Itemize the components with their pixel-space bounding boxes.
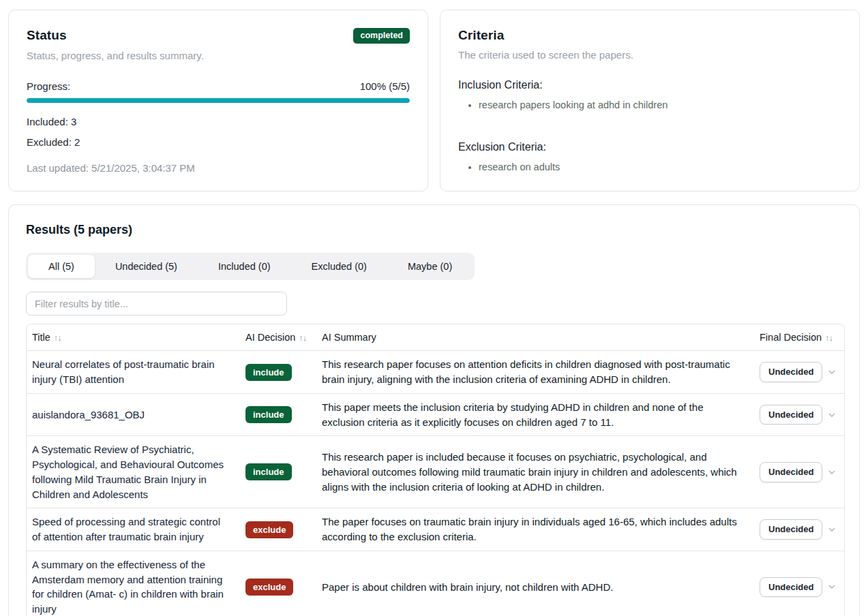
ai-summary: This paper meets the inclusion criteria … — [316, 394, 754, 437]
results-table: Title↑↓ AI Decision↑↓ AI Summary Final D… — [26, 324, 845, 616]
results-filter-tabs: All (5) Undecided (5) Included (0) Exclu… — [26, 253, 475, 281]
final-decision-dropdown[interactable]: Undecided — [760, 405, 822, 425]
progress-value: 100% (5/5) — [360, 80, 410, 92]
progress-label: Progress: — [27, 80, 70, 92]
excluded-count: Excluded: 2 — [27, 136, 410, 148]
chevron-down-icon[interactable] — [826, 524, 837, 535]
column-header-ai-decision-label: AI Decision — [245, 332, 295, 343]
filter-row — [26, 292, 842, 315]
progress-bar — [27, 98, 410, 103]
paper-title: A summary on the effectiveness of the Am… — [27, 551, 240, 616]
tab-maybe[interactable]: Maybe (0) — [387, 255, 473, 279]
table-row: A summary on the effectiveness of the Am… — [27, 551, 844, 616]
final-decision-cell: Undecided — [754, 508, 844, 551]
ai-decision-cell: exclude — [240, 551, 316, 616]
included-count: Included: 3 — [27, 116, 410, 127]
ai-decision-badge: include — [245, 406, 292, 423]
results-title: Results (5 papers) — [26, 223, 842, 237]
table-row: Speed of processing and strategic contro… — [27, 508, 844, 551]
ai-summary: Paper is about children with brain injur… — [316, 551, 754, 616]
inclusion-criteria-list: research papers looking at adhd in child… — [458, 98, 841, 112]
column-header-ai-summary-label: AI Summary — [322, 332, 376, 343]
final-decision-cell: Undecided — [754, 551, 844, 616]
paper-title: auislandora_93681_OBJ — [27, 394, 240, 437]
chevron-down-icon[interactable] — [826, 367, 837, 378]
criteria-card: Criteria The criteria used to screen the… — [440, 10, 860, 191]
status-badge: completed — [353, 28, 410, 44]
ai-summary: The paper focuses on traumatic brain inj… — [316, 508, 754, 551]
tab-included[interactable]: Included (0) — [198, 255, 291, 279]
progress-row: Progress: 100% (5/5) — [27, 80, 410, 92]
chevron-down-icon[interactable] — [826, 410, 837, 420]
status-card: Status completed Status, progress, and r… — [8, 10, 428, 191]
exclusion-criteria-list: research on adults — [458, 160, 841, 174]
ai-decision-badge: exclude — [245, 521, 293, 538]
ai-decision-badge: include — [245, 364, 292, 381]
column-header-ai-summary: AI Summary — [316, 324, 754, 351]
ai-decision-cell: include — [240, 351, 316, 394]
criteria-card-title: Criteria — [458, 28, 841, 43]
final-decision-dropdown[interactable]: Undecided — [760, 362, 822, 382]
ai-decision-badge: exclude — [245, 579, 293, 596]
tab-excluded[interactable]: Excluded (0) — [291, 255, 387, 279]
column-header-title-label: Title — [32, 332, 50, 343]
paper-title: Neural correlates of post-traumatic brai… — [27, 351, 240, 394]
ai-decision-cell: include — [240, 394, 316, 437]
table-row: Neural correlates of post-traumatic brai… — [27, 351, 844, 394]
ai-decision-cell: exclude — [240, 508, 316, 551]
status-card-title: Status — [27, 28, 67, 43]
sort-icon[interactable]: ↑↓ — [825, 333, 833, 343]
status-card-subtitle: Status, progress, and results summary. — [27, 50, 410, 61]
exclusion-criteria-heading: Exclusion Criteria: — [458, 141, 841, 153]
final-decision-dropdown[interactable]: Undecided — [760, 519, 822, 540]
final-decision-cell: Undecided — [754, 394, 844, 437]
sort-icon[interactable]: ↑↓ — [299, 333, 306, 343]
progress-bar-fill — [27, 98, 410, 103]
final-decision-dropdown[interactable]: Undecided — [760, 577, 822, 598]
tab-all[interactable]: All (5) — [28, 255, 95, 279]
results-card: Results (5 papers) All (5) Undecided (5)… — [8, 204, 860, 616]
column-header-title[interactable]: Title↑↓ — [27, 324, 240, 351]
status-card-header: Status completed — [27, 28, 410, 44]
exclusion-criteria-item: research on adults — [479, 160, 841, 174]
inclusion-criteria-heading: Inclusion Criteria: — [458, 79, 841, 91]
ai-decision-badge: include — [245, 463, 292, 480]
top-cards-row: Status completed Status, progress, and r… — [8, 10, 860, 191]
column-header-final-decision[interactable]: Final Decision↑↓ — [754, 324, 844, 351]
criteria-card-subtitle: The criteria used to screen the papers. — [458, 49, 841, 61]
ai-summary: This research paper focuses on attention… — [316, 351, 754, 394]
inclusion-criteria-item: research papers looking at adhd in child… — [479, 98, 841, 112]
last-updated: Last updated: 5/21/2025, 3:04:37 PM — [27, 162, 410, 174]
table-row: A Systematic Review of Psychiatric, Psyc… — [27, 436, 844, 508]
tab-undecided[interactable]: Undecided (5) — [95, 255, 198, 279]
table-header-row: Title↑↓ AI Decision↑↓ AI Summary Final D… — [27, 324, 844, 351]
column-header-ai-decision[interactable]: AI Decision↑↓ — [240, 324, 316, 351]
sort-icon[interactable]: ↑↓ — [54, 333, 61, 343]
paper-title: Speed of processing and strategic contro… — [27, 508, 240, 551]
final-decision-dropdown[interactable]: Undecided — [760, 462, 822, 482]
column-header-final-decision-label: Final Decision — [760, 332, 822, 343]
chevron-down-icon[interactable] — [826, 581, 837, 592]
ai-decision-cell: include — [240, 436, 316, 508]
final-decision-cell: Undecided — [754, 436, 844, 508]
final-decision-cell: Undecided — [754, 351, 844, 394]
chevron-down-icon[interactable] — [826, 467, 837, 478]
ai-summary: This research paper is included because … — [316, 436, 754, 508]
table-row: auislandora_93681_OBJ include This paper… — [27, 394, 844, 437]
paper-title: A Systematic Review of Psychiatric, Psyc… — [27, 436, 240, 508]
filter-input[interactable] — [26, 292, 287, 315]
